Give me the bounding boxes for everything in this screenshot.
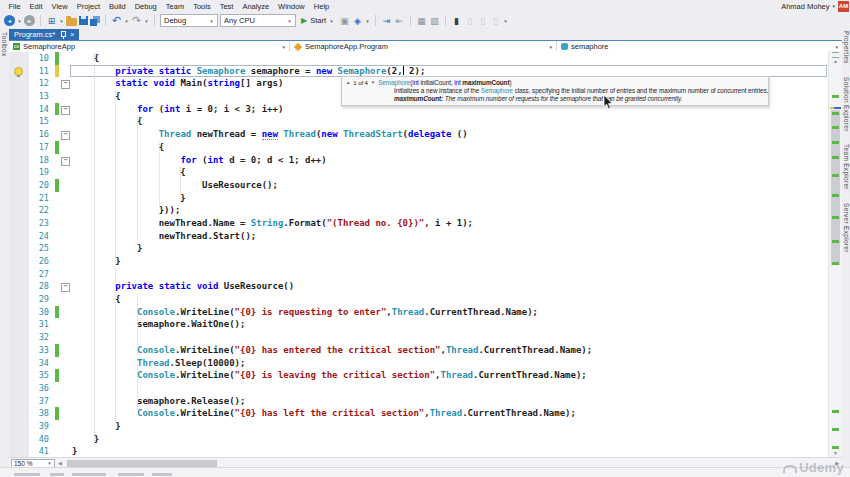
scroll-down-icon[interactable]: ▼	[829, 450, 842, 456]
code-text: Thread.Sleep(10000);	[72, 357, 829, 370]
code-line-28[interactable]: 28− private static void UseResource()	[9, 280, 829, 293]
account-name[interactable]: Ahmad Mohey	[781, 2, 829, 11]
outlining-margin: −	[59, 154, 72, 167]
menu-item-file[interactable]: File	[4, 2, 25, 11]
menu-item-analyze[interactable]: Analyze	[238, 2, 274, 11]
glyph-margin	[9, 141, 29, 154]
code-line-41[interactable]: 41}	[9, 445, 829, 457]
avatar[interactable]: AM	[838, 1, 849, 12]
dock-tab-team-explorer[interactable]: Team Explorer	[843, 144, 850, 190]
code-line-22[interactable]: 22 }));	[9, 204, 829, 217]
save-all-icon[interactable]	[90, 16, 100, 26]
code-line-26[interactable]: 26 }	[9, 255, 829, 268]
line-number: 30	[29, 306, 55, 319]
undo-dropdown[interactable]: ▾	[124, 18, 129, 24]
configuration-combo[interactable]: Debug ▾	[160, 14, 218, 27]
menu-item-project[interactable]: Project	[72, 2, 104, 11]
code-line-27[interactable]: 27	[9, 268, 829, 281]
code-line-10[interactable]: 10 {	[9, 52, 829, 65]
collapse-icon[interactable]: −	[61, 131, 70, 140]
code-line-31[interactable]: 31 semaphore.WaitOne();	[9, 318, 829, 331]
menu-item-debug[interactable]: Debug	[130, 2, 161, 11]
navigate-forward-icon[interactable]: ►	[24, 15, 35, 26]
close-icon[interactable]: ×	[70, 31, 74, 38]
code-line-24[interactable]: 24 newThread.Start();	[9, 230, 829, 243]
code-line-18[interactable]: 18− for (int d = 0; d < 1; d++)	[9, 154, 829, 167]
dock-tab-server-explorer[interactable]: Server Explorer	[843, 203, 850, 253]
toolbox-tab[interactable]: Toolbox	[1, 32, 8, 57]
menu-item-team[interactable]: Team	[161, 2, 188, 11]
tab-program-cs[interactable]: Program.cs* ×	[9, 29, 79, 40]
menu-item-edit[interactable]: Edit	[25, 2, 47, 11]
scroll-left-icon[interactable]: ◀	[55, 460, 65, 466]
platform-combo[interactable]: Any CPU ▾	[220, 14, 296, 27]
window-switch-icon[interactable]: ⊞	[46, 14, 57, 27]
menu-item-window[interactable]: Window	[274, 2, 310, 11]
code-line-15[interactable]: 15 {	[9, 115, 829, 128]
dock-tab-properties[interactable]: Properties	[843, 31, 850, 64]
code-line-23[interactable]: 23 newThread.Name = String.Format("(Thre…	[9, 217, 829, 230]
uncomment-icon[interactable]: ▧	[429, 14, 440, 27]
code-line-37[interactable]: 37 semaphore.Release();	[9, 395, 829, 408]
collapse-icon[interactable]: −	[61, 80, 70, 89]
lightbulb-icon[interactable]	[14, 67, 23, 76]
call-hierarchy-icon[interactable]: ⇤	[394, 14, 405, 27]
undo-icon[interactable]: ↶	[111, 14, 122, 27]
menu-item-tools[interactable]: Tools	[189, 2, 216, 11]
collapse-icon[interactable]: −	[61, 283, 70, 292]
prev-bookmark-icon[interactable]: ▯	[464, 14, 475, 27]
find-symbol-icon[interactable]: ⇥	[381, 14, 392, 27]
code-line-35[interactable]: 35 Console.WriteLine("{0} is leaving the…	[9, 369, 829, 382]
code-line-33[interactable]: 33 Console.WriteLine("{0} has entered th…	[9, 344, 829, 357]
profiler-icon[interactable]: ◈	[352, 14, 363, 27]
redo-dropdown[interactable]: ▾	[144, 18, 149, 24]
outlining-margin	[59, 407, 72, 420]
signature-pager: 1 of 4	[353, 80, 367, 86]
line-number: 13	[29, 90, 55, 103]
code-line-25[interactable]: 25 }	[9, 242, 829, 255]
code-line-30[interactable]: 30 Console.WriteLine("{0} is requesting …	[9, 306, 829, 319]
code-editor[interactable]: 10 {11 private static Semaphore semaphor…	[9, 51, 842, 457]
collapse-icon[interactable]: −	[61, 106, 70, 115]
redo-icon[interactable]: ↷	[131, 14, 142, 27]
start-debug-button[interactable]: ▶ Start ▾	[298, 16, 337, 25]
code-line-36[interactable]: 36	[9, 382, 829, 395]
code-line-40[interactable]: 40 }	[9, 433, 829, 446]
dock-tab-solution-explorer[interactable]: Solution Explorer	[843, 77, 850, 132]
code-line-38[interactable]: 38 Console.WriteLine("{0} has left the c…	[9, 407, 829, 420]
code-line-17[interactable]: 17 {	[9, 141, 829, 154]
code-line-19[interactable]: 19 {	[9, 166, 829, 179]
next-bookmark-icon[interactable]: ▯	[477, 14, 488, 27]
navigate-backward-dropdown[interactable]: ▾	[17, 18, 22, 24]
collapse-icon[interactable]: −	[61, 157, 70, 166]
class-icon	[294, 42, 302, 50]
pin-icon[interactable]	[60, 31, 65, 39]
save-icon[interactable]	[79, 16, 88, 25]
code-line-21[interactable]: 21 }	[9, 192, 829, 205]
menu-item-test[interactable]: Test	[215, 2, 238, 11]
clear-bookmarks-icon[interactable]: ▯	[490, 14, 501, 27]
signature-up-icon[interactable]: ▲	[346, 80, 350, 85]
scroll-up-icon[interactable]: ▲	[829, 58, 842, 64]
navigate-backward-icon[interactable]: ◄	[4, 15, 15, 26]
code-line-29[interactable]: 29 {	[9, 293, 829, 306]
horizontal-scroll-thumb[interactable]	[67, 460, 217, 467]
code-line-20[interactable]: 20 UseResource();	[9, 179, 829, 192]
comment-icon[interactable]: ▦	[416, 14, 427, 27]
attach-to-process-icon[interactable]: ▣	[339, 14, 350, 27]
menu-item-view[interactable]: View	[47, 2, 72, 11]
account-dropdown-icon[interactable]: ▾	[832, 3, 835, 9]
bookmark-icon[interactable]: ▮	[451, 14, 462, 27]
open-folder-icon[interactable]	[66, 18, 77, 26]
code-line-16[interactable]: 16− Thread newThread = new Thread(new Th…	[9, 128, 829, 141]
code-line-34[interactable]: 34 Thread.Sleep(10000);	[9, 357, 829, 370]
overflow-dropdown[interactable]: ▾	[365, 18, 370, 24]
toolbar-options-dropdown[interactable]: ▾	[503, 18, 508, 24]
menu-item-help[interactable]: Help	[309, 2, 333, 11]
code-line-39[interactable]: 39 }	[9, 420, 829, 433]
menu-item-build[interactable]: Build	[105, 2, 131, 11]
window-switch-dropdown[interactable]: ▾	[59, 18, 64, 24]
signature-down-icon[interactable]: ▼	[371, 80, 375, 85]
vertical-scrollbar[interactable]: ▲ ▼	[828, 51, 842, 457]
code-line-32[interactable]: 32	[9, 331, 829, 344]
